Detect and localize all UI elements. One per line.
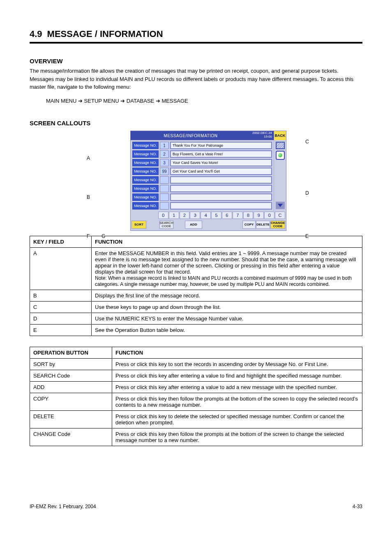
cell-key: A xyxy=(30,248,92,290)
th-function: FUNCTION xyxy=(92,236,362,248)
cell-fn: See the Operation Button table below. xyxy=(92,325,362,336)
cell-fn-text: Enter the MESSAGE NUMBER in this field. … xyxy=(95,250,356,275)
cell-fn: Press or click this key then follow the … xyxy=(112,393,362,411)
cell-fn: Press or click this key to sort the reco… xyxy=(112,359,362,370)
table-row: D Use the NUMERIC KEYS to enter the Mess… xyxy=(30,313,362,325)
sort-button[interactable]: SORT xyxy=(131,221,146,229)
message-number-field[interactable]: 2 xyxy=(160,150,169,158)
page-footer: IP-EMZ Rev. 1 February, 2004 4-33 xyxy=(30,504,362,509)
footer-left: IP-EMZ Rev. 1 February, 2004 xyxy=(30,504,96,509)
cell-fn: Enter the MESSAGE NUMBER in this field. … xyxy=(92,248,362,290)
message-row[interactable]: Message NO. xyxy=(132,176,272,184)
message-text-field[interactable]: Your Card Saves You More! xyxy=(170,159,272,166)
callout-e: E xyxy=(305,233,309,239)
message-row[interactable]: Message NO. 1 Thank You For Your Patrona… xyxy=(132,142,272,149)
th-function: FUNCTION xyxy=(112,347,362,359)
message-text-field[interactable] xyxy=(170,176,272,184)
scroll-up-icon[interactable] xyxy=(276,142,285,149)
table-row: SEARCH Code Press or click this key afte… xyxy=(30,370,362,382)
scrollbar-area xyxy=(274,140,286,211)
cell-key: C xyxy=(30,302,92,313)
numkey[interactable]: 4 xyxy=(201,212,211,219)
message-row[interactable]: Message NO. 2 Buy Flowers, Get a Vase Fr… xyxy=(132,150,272,158)
numkey[interactable]: 0 xyxy=(264,212,274,219)
message-row[interactable]: Message NO. 3 Your Card Saves You More! xyxy=(132,159,272,166)
th-key: KEY / FIELD xyxy=(30,236,92,248)
cell-fn: Press or click this key then follow the … xyxy=(112,428,362,446)
copy-button[interactable]: COPY xyxy=(242,221,256,229)
status-indicator-icon[interactable] xyxy=(276,151,285,160)
row-label: Message NO. xyxy=(132,193,159,201)
message-text-field[interactable] xyxy=(170,202,272,210)
scroll-down-icon[interactable] xyxy=(276,202,285,209)
numkey[interactable]: 3 xyxy=(190,212,200,219)
section-number: 4.9 xyxy=(30,29,42,39)
row-label: Message NO. xyxy=(132,150,159,158)
message-number-field[interactable] xyxy=(160,176,169,184)
message-number-field[interactable] xyxy=(160,202,169,210)
message-text-field[interactable] xyxy=(170,185,272,192)
cell-key: B xyxy=(30,290,92,302)
message-text-field[interactable]: Get Your Card and You'll Get xyxy=(170,168,272,175)
cell-key: SORT by xyxy=(30,359,112,370)
numkey[interactable]: 0 xyxy=(158,212,168,219)
footer-right: 4-33 xyxy=(353,504,362,509)
table-row: C Use these keys to page up and down thr… xyxy=(30,302,362,313)
numkey[interactable]: 6 xyxy=(222,212,232,219)
message-number-field[interactable]: 3 xyxy=(160,159,169,166)
table-row: A Enter the MESSAGE NUMBER in this field… xyxy=(30,248,362,290)
message-text-field[interactable] xyxy=(170,193,272,201)
callout-g: G xyxy=(101,233,105,239)
numkey[interactable]: 1 xyxy=(169,212,179,219)
cell-key: D xyxy=(30,313,92,325)
callout-c: C xyxy=(305,139,309,145)
section-rule xyxy=(30,42,362,44)
cell-fn: Press or click this key after entering a… xyxy=(112,370,362,382)
back-button[interactable]: BACK xyxy=(274,131,286,140)
table-row: CHANGE Code Press or click this key then… xyxy=(30,428,362,446)
numkey[interactable]: 2 xyxy=(180,212,190,219)
row-label: Message NO. xyxy=(132,142,159,149)
add-button[interactable]: ADD xyxy=(185,221,202,229)
window-title: MESSAGE/INFORMATION xyxy=(131,131,251,140)
message-row[interactable]: Message NO. xyxy=(132,185,272,192)
message-text-field[interactable]: Buy Flowers, Get a Vase Free! xyxy=(170,150,272,158)
cell-fn: Use these keys to page up and down throu… xyxy=(92,302,362,313)
cell-key: DELETE xyxy=(30,411,112,428)
app-window: MESSAGE/INFORMATION 2002.DEC.24 15:00 BA… xyxy=(130,131,286,231)
numkey[interactable]: 9 xyxy=(254,212,264,219)
cell-key: E xyxy=(30,325,92,336)
row-label: Message NO. xyxy=(132,176,159,184)
message-row[interactable]: Message NO. xyxy=(132,193,272,201)
table-row: B Displays the first line of the message… xyxy=(30,290,362,302)
screenshot-figure: A B C D E F G MESSAGE/INFORMATION 2002.D… xyxy=(81,131,311,231)
search-code-button[interactable]: SEARCH CODE xyxy=(159,221,173,229)
cell-fn: Use the NUMERIC KEYS to enter the Messag… xyxy=(92,313,362,325)
message-list: Message NO. 1 Thank You For Your Patrona… xyxy=(131,140,274,211)
table-row: COPY Press or click this key then follow… xyxy=(30,393,362,411)
table-row: SORT by Press or click this key to sort … xyxy=(30,359,362,370)
change-code-button[interactable]: CHANGE CODE xyxy=(270,221,285,229)
cell-fn-note: Note: When a message record is linked to… xyxy=(95,275,352,287)
delete-button[interactable]: DELETE xyxy=(256,221,270,229)
table-row: DELETE Press or click this key to delete… xyxy=(30,411,362,428)
message-row[interactable]: Message NO. 99 Get Your Card and You'll … xyxy=(132,168,272,175)
cell-fn: Press or click this key after entering a… xyxy=(112,382,362,393)
message-row[interactable]: Message NO. xyxy=(132,202,272,210)
numeric-keypad-row: 0 1 2 3 4 5 6 7 8 9 0 C xyxy=(131,211,286,221)
row-label: Message NO. xyxy=(132,159,159,166)
numkey[interactable]: 5 xyxy=(211,212,221,219)
message-number-field[interactable]: 99 xyxy=(160,168,169,175)
cell-key: COPY xyxy=(30,393,112,411)
numkey[interactable]: 8 xyxy=(243,212,254,219)
numkey[interactable]: 7 xyxy=(233,212,243,219)
message-text-field[interactable]: Thank You For Your Patronage xyxy=(170,142,272,149)
message-number-field[interactable] xyxy=(160,185,169,192)
message-number-field[interactable]: 1 xyxy=(160,142,169,149)
clear-key[interactable]: C xyxy=(275,212,285,219)
message-number-field[interactable] xyxy=(160,193,169,201)
cell-fn: Press or click this key to delete the se… xyxy=(112,411,362,428)
operation-button-table: OPERATION BUTTON FUNCTION SORT by Press … xyxy=(30,347,362,446)
cell-key: SEARCH Code xyxy=(30,370,112,382)
callout-b: B xyxy=(87,194,90,200)
